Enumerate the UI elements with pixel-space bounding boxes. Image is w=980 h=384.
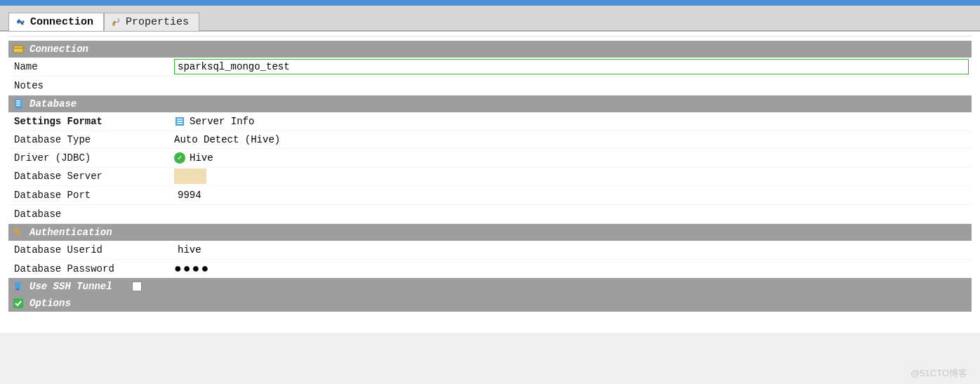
database-type-value: Auto Detect (Hive) (174, 134, 280, 145)
tab-properties-label: Properties (126, 16, 189, 28)
row-password: Database Password ●●●● (8, 260, 972, 278)
name-label: Name (8, 58, 171, 75)
svg-rect-9 (177, 121, 183, 122)
ssh-checkbox[interactable] (132, 282, 142, 291)
connection-section-icon (13, 44, 24, 55)
check-ok-icon: ✓ (174, 152, 185, 164)
section-database-title: Database (29, 98, 77, 110)
svg-point-0 (112, 23, 115, 26)
port-label: Database Port (8, 187, 171, 204)
server-value-cell[interactable] (171, 167, 972, 185)
settings-format-value-cell[interactable]: Server Info (171, 114, 972, 128)
notes-label: Notes (8, 77, 171, 94)
tab-strip: Connection Properties (0, 6, 980, 31)
settings-format-label: Settings Format (8, 113, 171, 130)
svg-rect-15 (13, 298, 23, 308)
password-value-cell[interactable]: ●●●● (171, 263, 972, 275)
userid-label: Database Userid (8, 241, 171, 258)
row-settings-format: Settings Format Server Info (8, 112, 972, 131)
settings-format-value: Server Info (190, 116, 254, 127)
row-database-name: Database (8, 205, 972, 224)
row-name: Name (8, 58, 972, 77)
password-label: Database Password (8, 260, 171, 277)
database-section-icon (13, 98, 24, 110)
notes-input[interactable] (174, 78, 969, 93)
tab-connection[interactable]: Connection (8, 13, 104, 31)
svg-rect-5 (16, 102, 20, 104)
watermark: @51CTO博客 (911, 367, 967, 380)
section-options-title: Options (29, 298, 71, 309)
row-port: Database Port (8, 186, 972, 205)
wrench-icon (110, 17, 121, 28)
svg-rect-10 (177, 123, 183, 124)
password-dots: ●●●● (174, 264, 210, 274)
svg-point-14 (17, 289, 19, 291)
ssh-section-icon (13, 281, 24, 292)
options-section-icon (13, 298, 24, 309)
section-header-ssh[interactable]: Use SSH Tunnel (8, 278, 972, 295)
section-header-authentication[interactable]: Authentication (8, 224, 972, 241)
row-driver: Driver (JDBC) ✓ Hive (8, 149, 972, 167)
database-name-label: Database (8, 206, 171, 223)
content-area: Connection Name Notes Database Settings … (0, 31, 980, 333)
driver-value-cell[interactable]: ✓ Hive (171, 151, 972, 165)
database-type-label: Database Type (8, 131, 171, 148)
driver-value: Hive (190, 152, 213, 164)
plug-icon (15, 17, 26, 28)
database-name-input[interactable] (174, 206, 969, 222)
auth-section-icon (13, 227, 24, 238)
userid-input[interactable] (174, 242, 969, 258)
section-header-connection[interactable]: Connection (8, 41, 972, 58)
section-ssh-title: Use SSH Tunnel (29, 281, 112, 292)
tab-connection-label: Connection (30, 16, 93, 28)
section-header-database[interactable]: Database (8, 95, 972, 112)
row-database-type: Database Type Auto Detect (Hive) (8, 131, 972, 149)
svg-rect-8 (177, 119, 183, 120)
database-type-value-cell[interactable]: Auto Detect (Hive) (171, 133, 972, 147)
section-header-options[interactable]: Options (8, 295, 972, 312)
svg-rect-12 (16, 231, 21, 236)
window-accent-bar (0, 0, 980, 6)
port-input[interactable] (174, 187, 969, 203)
tab-properties[interactable]: Properties (104, 13, 199, 31)
row-notes: Notes (8, 77, 972, 95)
svg-rect-4 (16, 100, 20, 102)
svg-rect-6 (16, 105, 20, 106)
server-redacted-block (174, 168, 206, 184)
scroll-container[interactable]: Connection Name Notes Database Settings … (8, 36, 972, 329)
row-server: Database Server (8, 167, 972, 186)
server-label: Database Server (8, 168, 171, 185)
section-connection-title: Connection (29, 44, 88, 55)
svg-rect-2 (13, 48, 23, 48)
section-auth-title: Authentication (29, 227, 112, 238)
row-userid: Database Userid (8, 241, 972, 260)
driver-label: Driver (JDBC) (8, 150, 171, 166)
name-input[interactable] (174, 59, 969, 74)
svg-rect-1 (13, 46, 23, 53)
server-info-icon (174, 116, 185, 127)
